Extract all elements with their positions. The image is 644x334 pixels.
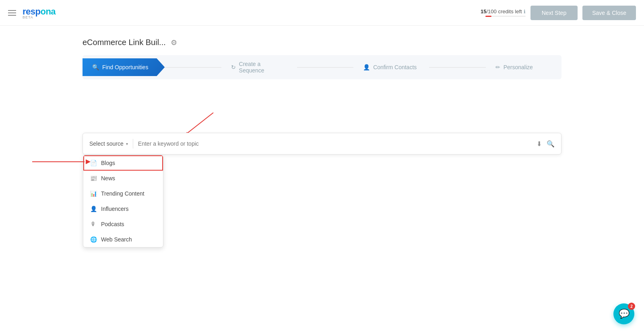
podcasts-icon: 🎙 [90, 221, 97, 227]
steps-bar: 🔍 Find Opportunities ↻ Create a Sequence… [83, 55, 561, 79]
svg-marker-3 [86, 159, 91, 164]
dropdown-item-label: Web Search [101, 236, 132, 243]
source-dropdown: 📄 Blogs 📰 News 📊 Trending Content 👤 Infl… [83, 155, 163, 247]
credits-info: 15/100 credits left ℹ [481, 8, 526, 17]
select-source-label: Select source [89, 140, 124, 147]
sequence-icon: ↻ [231, 64, 236, 70]
personalize-icon: ✏ [495, 64, 500, 70]
dropdown-item-label: News [101, 175, 115, 181]
news-icon: 📰 [90, 175, 97, 181]
svg-line-0 [185, 113, 213, 135]
chat-bubble[interactable]: 💬 2 [613, 303, 634, 324]
dropdown-item-trending[interactable]: 📊 Trending Content [83, 186, 163, 201]
next-step-button[interactable]: Next Step [530, 6, 578, 20]
credits-bar [485, 16, 526, 17]
info-icon[interactable]: ℹ [524, 9, 526, 14]
step-label: Personalize [504, 64, 533, 70]
logo: respona BETA [23, 6, 56, 19]
step-create-sequence[interactable]: ↻ Create a Sequence [221, 55, 297, 79]
websearch-icon: 🌐 [90, 236, 97, 243]
header-right: 15/100 credits left ℹ Next Step Save & C… [481, 6, 636, 20]
step-label: Create a Sequence [239, 61, 287, 74]
gear-icon[interactable]: ⚙ [171, 38, 177, 47]
vertical-divider [133, 139, 133, 148]
step-label: Find Opportunities [102, 64, 148, 70]
credits-bar-fill [485, 16, 491, 17]
arrow-annotation-left [28, 154, 93, 170]
save-close-button[interactable]: Save & Close [582, 6, 636, 20]
dropdown-item-label: Influencers [101, 206, 128, 212]
search-icon: 🔍 [92, 64, 99, 70]
step-personalize[interactable]: ✏ Personalize [486, 58, 561, 76]
dropdown-item-blogs[interactable]: 📄 Blogs [83, 155, 163, 171]
header: respona BETA 15/100 credits left ℹ Next … [0, 0, 644, 26]
page-title: eCommerce Link Buil... [83, 38, 166, 47]
dropdown-item-label: Podcasts [101, 221, 124, 227]
search-icon[interactable]: 🔍 [547, 140, 555, 148]
page-title-area: eCommerce Link Buil... ⚙ [0, 26, 644, 55]
search-bar: Select source ▾ ⬇ 🔍 [83, 133, 561, 154]
download-icon[interactable]: ⬇ [537, 140, 542, 148]
dropdown-item-label: Trending Content [101, 190, 144, 197]
step-label: Confirm Contacts [373, 64, 417, 70]
dropdown-item-label: Blogs [101, 160, 115, 166]
dropdown-item-news[interactable]: 📰 News [83, 171, 163, 186]
chat-badge: 2 [628, 303, 635, 310]
hamburger-menu[interactable] [8, 10, 16, 16]
step-confirm-contacts[interactable]: 👤 Confirm Contacts [353, 58, 429, 76]
header-left: respona BETA [8, 6, 56, 19]
contacts-icon: 👤 [363, 64, 370, 70]
trending-icon: 📊 [90, 190, 97, 197]
dropdown-item-influencers[interactable]: 👤 Influencers [83, 201, 163, 216]
keyword-input[interactable] [138, 140, 532, 147]
dropdown-item-websearch[interactable]: 🌐 Web Search [83, 232, 163, 247]
credits-text: 15/100 credits left [481, 8, 522, 14]
influencers-icon: 👤 [90, 206, 97, 212]
step-find-opportunities[interactable]: 🔍 Find Opportunities [83, 58, 165, 76]
chevron-down-icon: ▾ [126, 142, 128, 146]
chat-icon: 💬 [619, 309, 630, 319]
select-source-button[interactable]: Select source ▾ [89, 140, 128, 147]
search-icons: ⬇ 🔍 [537, 140, 555, 148]
dropdown-item-podcasts[interactable]: 🎙 Podcasts [83, 216, 163, 232]
logo-beta: BETA [23, 15, 33, 19]
search-container: Select source ▾ ⬇ 🔍 📄 Blogs 📰 News 📊 Tre… [83, 133, 561, 155]
